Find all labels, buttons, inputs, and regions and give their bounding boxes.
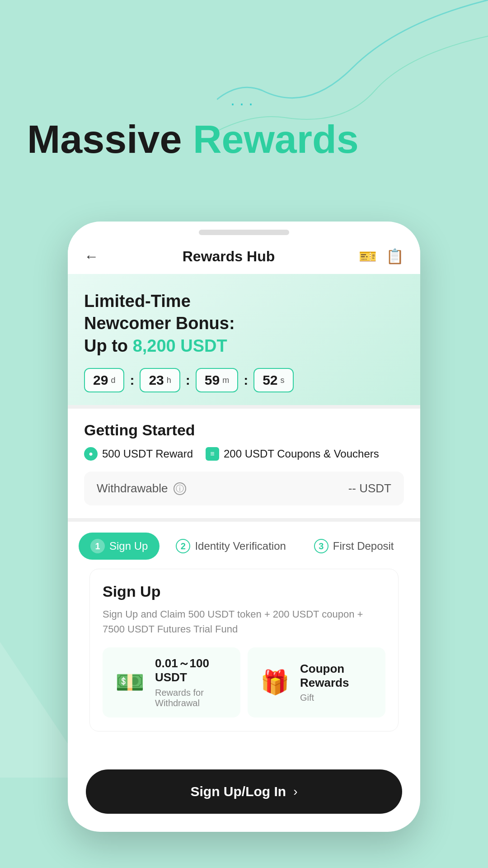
signup-reward-card-1: 💵 0.01～100USDT Rewards for Withdrawal	[103, 647, 240, 717]
countdown-timer: 29d : 23h : 59m : 52s	[84, 368, 404, 392]
tab-first-deposit[interactable]: 3 First Deposit	[302, 533, 406, 560]
step-label-2: Identity Verification	[195, 540, 286, 552]
arrow-icon: ›	[293, 784, 297, 799]
phone-mockup: ← Rewards Hub 🎫 📋 Limited-Time Newcomer …	[68, 222, 420, 832]
header-icons: 🎫 📋	[359, 248, 404, 265]
timer-days: 29d	[84, 368, 124, 392]
steps-tabs: 1 Sign Up 2 Identity Verification 3 Firs…	[68, 522, 420, 560]
signup-card-wrapper: Sign Up Sign Up and Claim 500 USDT token…	[68, 560, 420, 731]
step-num-1: 1	[90, 539, 105, 553]
signup-card: Sign Up Sign Up and Claim 500 USDT token…	[89, 569, 399, 731]
getting-started-section: Getting Started ● 500 USDT Reward ≡ 200 …	[68, 409, 420, 518]
timer-sep-3: :	[244, 373, 248, 388]
reward-badge-2: ≡ 200 USDT Coupons & Vouchers	[206, 447, 379, 461]
signup-login-label: Sign Up/Log In	[191, 784, 286, 799]
withdrawable-label: Withdrawable ⓘ	[97, 481, 186, 495]
timer-seconds: 52s	[253, 368, 293, 392]
reward-card-2-info: CouponRewards Gift	[300, 662, 376, 703]
timer-sep-1: :	[130, 373, 134, 388]
step-label-1: Sign Up	[109, 540, 148, 552]
tab-identity-verification[interactable]: 2 Identity Verification	[164, 533, 297, 560]
getting-started-title: Getting Started	[84, 421, 404, 439]
reward-badge-1: ● 500 USDT Reward	[84, 447, 193, 461]
gift-icon: 🎁	[257, 669, 293, 696]
reward-card-1-label: Rewards for Withdrawal	[155, 688, 231, 708]
page-title: Rewards Hub	[183, 248, 275, 265]
step-num-2: 2	[176, 539, 190, 553]
headline: Massive Rewards	[27, 118, 359, 161]
signup-reward-card-2: 🎁 CouponRewards Gift	[248, 647, 385, 717]
reward-card-1-amount: 0.01～100USDT	[155, 656, 231, 684]
signup-login-button[interactable]: Sign Up/Log In ›	[86, 769, 402, 814]
clipboard-icon[interactable]: 📋	[386, 248, 404, 265]
timer-minutes: 59m	[196, 368, 238, 392]
coupon-icon[interactable]: 🎫	[359, 248, 377, 265]
banner-title: Limited-Time Newcomer Bonus: Up to 8,200…	[84, 290, 404, 357]
withdrawable-box: Withdrawable ⓘ -- USDT	[84, 472, 404, 505]
signup-rewards-grid: 💵 0.01～100USDT Rewards for Withdrawal 🎁 …	[103, 647, 385, 717]
decorative-dots: ...	[230, 90, 258, 109]
signup-card-description: Sign Up and Claim 500 USDT token + 200 U…	[103, 607, 385, 637]
promo-banner: Limited-Time Newcomer Bonus: Up to 8,200…	[68, 274, 420, 405]
app-header: ← Rewards Hub 🎫 📋	[68, 235, 420, 274]
step-num-3: 3	[314, 539, 328, 553]
divider-2	[68, 518, 420, 522]
reward-card-1-info: 0.01～100USDT Rewards for Withdrawal	[155, 656, 231, 708]
timer-hours: 23h	[140, 368, 180, 392]
reward-card-2-label: Gift	[300, 693, 376, 703]
divider-1	[68, 405, 420, 409]
signup-card-title: Sign Up	[103, 583, 385, 600]
reward-badges: ● 500 USDT Reward ≡ 200 USDT Coupons & V…	[84, 447, 404, 461]
phone-notch	[199, 230, 289, 235]
info-icon[interactable]: ⓘ	[174, 482, 186, 495]
timer-sep-2: :	[186, 373, 190, 388]
tab-signup[interactable]: 1 Sign Up	[79, 533, 160, 560]
reward-icon-2: ≡	[206, 447, 219, 461]
money-icon: 💵	[112, 669, 148, 696]
withdrawable-value: -- USDT	[348, 481, 391, 495]
step-label-3: First Deposit	[333, 540, 394, 552]
back-button[interactable]: ←	[84, 248, 99, 265]
reward-card-2-title: CouponRewards	[300, 662, 376, 690]
reward-icon-1: ●	[84, 447, 98, 461]
